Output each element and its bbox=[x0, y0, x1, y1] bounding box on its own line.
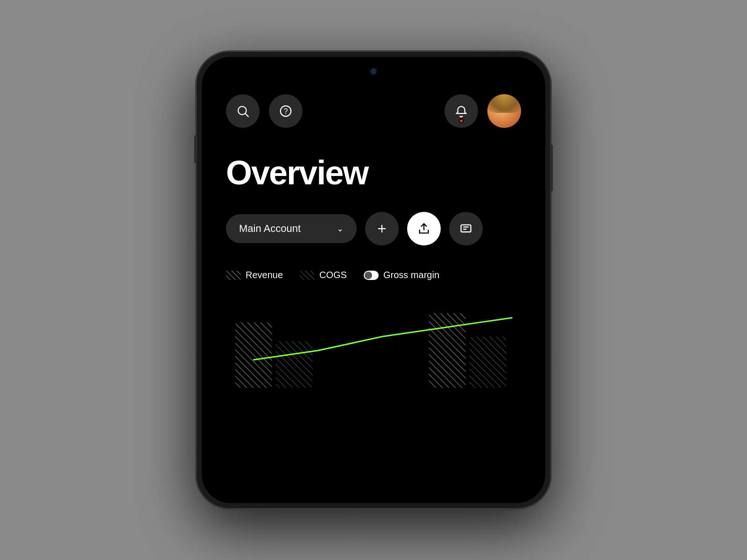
legend-bar: Revenue bbox=[226, 270, 521, 280]
svg-rect-6 bbox=[461, 225, 471, 232]
search-button[interactable] bbox=[226, 94, 260, 128]
message-button[interactable] bbox=[449, 212, 483, 245]
svg-rect-15 bbox=[235, 322, 272, 388]
avatar-image bbox=[487, 94, 521, 128]
action-bar: Main Account ⌄ bbox=[226, 212, 521, 245]
revenue-label: Revenue bbox=[246, 270, 283, 280]
svg-rect-10 bbox=[226, 271, 241, 280]
chevron-down-icon: ⌄ bbox=[337, 224, 344, 234]
user-avatar[interactable] bbox=[487, 94, 521, 128]
top-bar: ? bbox=[226, 94, 521, 128]
svg-line-1 bbox=[246, 114, 249, 117]
legend-revenue[interactable]: Revenue bbox=[226, 270, 283, 280]
cogs-pattern-icon bbox=[300, 271, 315, 280]
front-camera bbox=[371, 69, 376, 74]
cogs-label: COGS bbox=[319, 270, 347, 280]
gross-margin-toggle-icon bbox=[364, 271, 379, 280]
account-selector[interactable]: Main Account ⌄ bbox=[226, 214, 357, 243]
message-icon bbox=[459, 222, 472, 235]
account-selector-label: Main Account bbox=[239, 223, 330, 235]
svg-rect-12 bbox=[300, 271, 315, 280]
share-icon bbox=[417, 222, 430, 235]
dynamic-island bbox=[345, 63, 402, 79]
chart-svg bbox=[226, 294, 521, 388]
notifications-button[interactable] bbox=[444, 94, 478, 128]
page-title: Overview bbox=[226, 156, 521, 189]
plus-icon bbox=[375, 222, 388, 235]
top-bar-left: ? bbox=[226, 94, 303, 128]
svg-text:?: ? bbox=[283, 107, 288, 115]
bell-icon bbox=[454, 104, 468, 118]
help-icon: ? bbox=[279, 104, 293, 118]
svg-rect-18 bbox=[469, 336, 506, 388]
help-button[interactable]: ? bbox=[269, 94, 303, 128]
chart-area bbox=[226, 294, 521, 484]
gross-margin-label: Gross margin bbox=[383, 270, 439, 280]
share-button[interactable] bbox=[407, 212, 441, 245]
legend-gross-margin[interactable]: Gross margin bbox=[364, 270, 439, 280]
search-icon bbox=[236, 104, 250, 118]
add-button[interactable] bbox=[365, 212, 399, 245]
phone-frame: ? bbox=[196, 51, 551, 509]
svg-rect-16 bbox=[276, 341, 313, 388]
legend-cogs[interactable]: COGS bbox=[300, 270, 347, 280]
svg-rect-17 bbox=[429, 313, 466, 388]
top-bar-right bbox=[444, 94, 521, 128]
notification-dot bbox=[459, 119, 464, 123]
svg-point-0 bbox=[238, 106, 247, 115]
revenue-pattern-icon bbox=[226, 271, 241, 280]
